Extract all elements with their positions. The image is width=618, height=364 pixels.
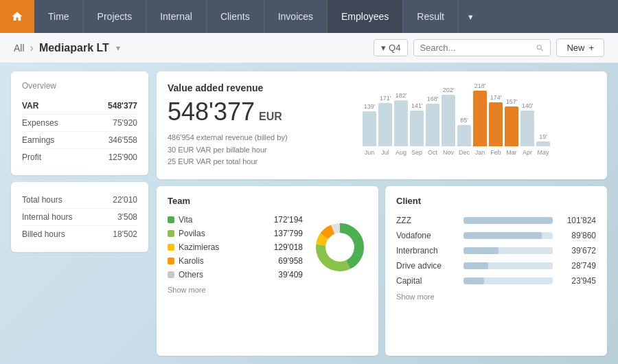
breadcrumb-all[interactable]: All [14,43,25,54]
search-input[interactable] [420,43,536,53]
right-panel: Value added revenue 548'377 EUR 486'954 … [157,71,607,356]
breadcrumb-separator: › [30,42,34,54]
top-navigation: Time Projects Internal Clients Invoices … [0,0,618,33]
chart-bar-oct: 168'Oct [426,95,439,156]
main-content: Overview VAR 548'377 Expenses 75'920 Ear… [0,63,618,364]
bottom-row: Team Vita172'194Povilas137'799Kazimieras… [157,186,607,356]
search-icon [536,43,545,53]
metric-total-hours: Total hours 22'010 [22,192,137,209]
metric-var: VAR 548'377 [22,98,137,115]
nav-tab-result[interactable]: Result [403,0,459,33]
breadcrumb-bar: All › Mediapark LT ▾ ▾ Q4 New + [0,33,618,63]
team-row: Others39'409 [168,268,303,282]
chart-bar-mar: 157'Mar [505,98,518,156]
chart-bar-nov: 202'Nov [442,87,455,156]
sidebar: Overview VAR 548'377 Expenses 75'920 Ear… [11,71,148,356]
chart-bar-jul: 171'Jul [378,95,392,156]
donut-chart [312,220,367,275]
nav-tab-projects[interactable]: Projects [84,0,147,33]
chart-bar-jun: 139'Jun [363,103,376,156]
var-card: Value added revenue 548'377 EUR 486'954 … [157,71,607,179]
chart-bar-feb: 174'Feb [489,94,503,156]
var-chart: 139'Jun171'Jul182'Aug141'Sep168'Oct202'N… [363,82,596,168]
client-show-more[interactable]: Show more [396,293,435,301]
team-row: Povilas137'799 [168,227,303,240]
team-row: Karolis69'958 [168,254,303,268]
team-list: Vita172'194Povilas137'799Kazimieras129'0… [168,213,303,282]
nav-tab-invoices[interactable]: Invoices [264,0,328,33]
metric-profit: Profit 125'900 [22,149,137,166]
chart-bar-may: 19'May [536,133,550,156]
team-card-title: Team [168,196,367,206]
home-button[interactable] [0,0,34,33]
donut-svg [312,220,367,275]
nav-tab-employees[interactable]: Employees [328,0,403,33]
filter-arrow-icon: ▾ [381,43,386,53]
var-amount: 548'377 EUR [168,98,349,126]
quarter-filter[interactable]: ▾ Q4 [374,39,408,56]
client-list: ZZZ101'824Vodafone89'860Interbranch39'67… [396,213,596,288]
chart-bar-jan: 218'Jan [473,82,487,156]
team-row: Vita172'194 [168,213,303,227]
new-button[interactable]: New + [556,38,604,57]
metric-billed-hours: Billed hours 18'502 [22,226,137,242]
metric-earnings: Earnings 346'558 [22,132,137,149]
var-info: Value added revenue 548'377 EUR 486'954 … [168,82,349,168]
nav-tab-internal[interactable]: Internal [146,0,207,33]
team-card: Team Vita172'194Povilas137'799Kazimieras… [157,186,378,356]
team-show-more[interactable]: Show more [168,286,206,294]
search-box[interactable] [413,39,551,56]
breadcrumb-current: Mediapark LT [39,42,109,54]
nav-tab-time[interactable]: Time [34,0,84,33]
metric-internal-hours: Internal hours 3'508 [22,209,137,226]
breadcrumb-dropdown-arrow[interactable]: ▾ [116,43,120,53]
client-card: Client ZZZ101'824Vodafone89'860Interbran… [385,186,607,356]
overview-card: Overview VAR 548'377 Expenses 75'920 Ear… [11,71,148,175]
var-title: Value added revenue [168,82,349,93]
chart-bar-dec: 85'Dec [457,117,471,156]
nav-more-dropdown[interactable]: ▾ [459,0,483,33]
chart-bar-aug: 182'Aug [394,92,408,156]
client-card-title: Client [396,196,596,206]
svg-point-5 [326,234,354,261]
client-row: Capital23'945 [396,273,596,288]
nav-tab-clients[interactable]: Clients [207,0,264,33]
client-row: Drive advice28'749 [396,258,596,273]
var-details: 486'954 external revenue (billed by) 30 … [168,132,349,168]
chart-bar-sep: 141'Sep [410,102,424,156]
client-row: ZZZ101'824 [396,213,596,228]
overview-label: Overview [22,81,137,91]
team-content: Vita172'194Povilas137'799Kazimieras129'0… [168,213,367,282]
metric-expenses: Expenses 75'920 [22,115,137,132]
chart-bar-apr: 140'Apr [520,102,534,156]
hours-card: Total hours 22'010 Internal hours 3'508 … [11,182,148,252]
bar-chart: 139'Jun171'Jul182'Aug141'Sep168'Oct202'N… [363,93,550,168]
client-row: Vodafone89'860 [396,228,596,243]
client-row: Interbranch39'672 [396,243,596,258]
team-row: Kazimieras129'018 [168,240,303,254]
